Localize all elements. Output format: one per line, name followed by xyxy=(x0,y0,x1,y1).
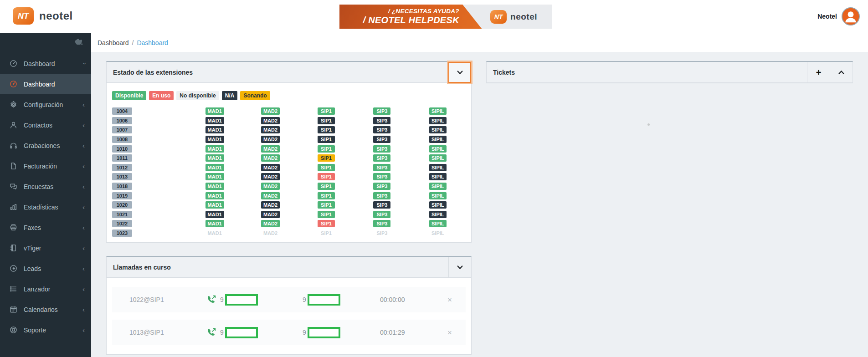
sidebar-item-calendarios[interactable]: Calendarios‹ xyxy=(0,299,91,320)
extension-status-badge: SIP3 xyxy=(373,164,390,171)
nt-logo-icon: NT xyxy=(13,7,34,25)
extension-number-badge: 1010 xyxy=(112,145,132,153)
tickets-panel-header: Tickets + xyxy=(487,62,853,83)
sidebar-item-encuestas[interactable]: Encuestas‹ xyxy=(0,176,91,197)
extension-row: 1018MAD1MAD2SIP1SIP3SIPIL xyxy=(112,182,466,191)
chevron-down-icon xyxy=(457,70,463,75)
calls-list: 1022@SIP19900:00:00×1013@SIP19900:01:29× xyxy=(107,278,471,354)
extension-number-badge: 1020 xyxy=(112,201,132,209)
extension-status-badge: MAD1 xyxy=(205,136,224,143)
bar-chart-icon xyxy=(9,203,17,211)
helpdesk-banner[interactable]: / ¿NECESITAS AYUDA? / NEOTEL HELPDESK NT… xyxy=(339,5,552,29)
extension-status-badge: SIP3 xyxy=(373,126,390,133)
extension-status-badge: SIP1 xyxy=(318,173,335,180)
extensions-panel-header: Estado de las extensiones xyxy=(107,62,471,83)
collapse-extensions-button[interactable] xyxy=(448,62,471,83)
brand-name: neotel xyxy=(39,10,73,22)
add-ticket-button[interactable]: + xyxy=(807,62,830,83)
extension-status-badge: SIP1 xyxy=(318,183,335,190)
plus-icon: + xyxy=(816,68,822,77)
extension-row: 1023MAD1MAD2SIP1SIP3SIPIL xyxy=(112,229,466,238)
breadcrumb-item-active[interactable]: Dashboard xyxy=(137,39,168,46)
chevron-left-icon: ‹ xyxy=(82,224,85,231)
extension-status-badge: SIPIL xyxy=(429,117,447,124)
extension-status-badge: MAD2 xyxy=(261,173,280,180)
app-logo[interactable]: NT neotel xyxy=(13,7,73,25)
legend-badge-unavailable: No disponible xyxy=(176,91,219,100)
breadcrumb-separator: / xyxy=(132,39,134,46)
extension-row: 1008MAD1MAD2SIP1SIP3SIPIL xyxy=(112,135,466,144)
gauge-icon xyxy=(9,60,17,68)
extension-status-badge: MAD1 xyxy=(205,192,224,199)
extension-status-badge: SIPIL xyxy=(429,230,447,237)
sidebar-item-vtiger[interactable]: vTiger‹ xyxy=(0,238,91,258)
collapse-calls-button[interactable] xyxy=(448,257,471,278)
extension-status-badge: MAD2 xyxy=(261,220,280,227)
sidebar-item-leads[interactable]: Leads‹ xyxy=(0,258,91,279)
breadcrumb-item[interactable]: Dashboard xyxy=(98,39,129,46)
sidebar-item-grabaciones[interactable]: Grabaciones‹ xyxy=(0,135,91,156)
sidebar-item-label: Dashboard xyxy=(24,81,85,88)
extension-row: 1021MAD1MAD2SIP1SIP3SIPIL xyxy=(112,210,466,219)
call-from-prefix: 9 xyxy=(220,329,224,336)
extension-status-badge: SIP3 xyxy=(373,192,390,199)
sidebar-item-facturacin[interactable]: Facturación‹ xyxy=(0,156,91,176)
extension-status-badge: MAD1 xyxy=(205,201,224,209)
extension-row: 1004MAD1MAD2SIP1SIP3SIPIL xyxy=(112,107,466,116)
extension-status-badge: SIP3 xyxy=(373,117,390,124)
sidebar-item-contactos[interactable]: Contactos‹ xyxy=(0,115,91,135)
main-content: Dashboard / Dashboard Estado de las exte… xyxy=(91,33,868,357)
extension-status-badge: SIP1 xyxy=(318,220,335,227)
extension-status-badge: SIP3 xyxy=(373,230,390,237)
extension-status-badge: MAD2 xyxy=(261,107,280,115)
calendar-icon xyxy=(9,306,17,314)
sidebar-item-dashboard[interactable]: Dashboard‹ xyxy=(0,53,91,74)
extension-status-badge: SIPIL xyxy=(429,192,447,199)
banner-line1: / ¿NECESITAS AYUDA? xyxy=(388,8,459,15)
user-avatar-icon[interactable] xyxy=(842,7,860,26)
chevron-left-icon: ‹ xyxy=(82,306,85,313)
extension-row: 1020MAD1MAD2SIP1SIP3SIPIL xyxy=(112,200,466,210)
extension-row: 1010MAD1MAD2SIP1SIP3SIPIL xyxy=(112,144,466,153)
extension-row: 1019MAD1MAD2SIP1SIP3SIPIL xyxy=(112,191,466,200)
extensions-legend: DisponibleEn usoNo disponibleN/ASonando xyxy=(112,91,466,100)
sidebar-item-estadsticas[interactable]: Estadísticas‹ xyxy=(0,197,91,217)
extension-number-badge: 1019 xyxy=(112,192,132,199)
printer-icon xyxy=(9,224,17,232)
call-to-prefix: 9 xyxy=(303,329,306,336)
nt-logo-icon: NT xyxy=(490,10,507,24)
extension-status-badge: SIP3 xyxy=(373,107,390,115)
extension-status-badge: SIP1 xyxy=(318,211,335,218)
sidebar-item-configuracin[interactable]: Configuración‹ xyxy=(0,94,91,115)
banner-logo: NT neotel xyxy=(490,10,537,24)
sidebar-item-label: Lanzador xyxy=(24,286,82,293)
extension-status-badge: MAD2 xyxy=(261,154,280,162)
extension-status-badge: MAD2 xyxy=(261,192,280,199)
sidebar-item-faxes[interactable]: Faxes‹ xyxy=(0,217,91,238)
sidebar-item-label: Facturación xyxy=(24,163,82,170)
sidebar-item-dashboard[interactable]: Dashboard xyxy=(0,74,91,94)
extension-row: 1013MAD1MAD2SIP1SIP3SIPIL xyxy=(112,172,466,182)
sidebar-item-soporte[interactable]: Soporte‹ xyxy=(0,320,91,340)
extension-status-badge: MAD2 xyxy=(261,117,280,124)
extension-number-badge: 1013 xyxy=(112,173,132,180)
extension-number-badge: 1004 xyxy=(112,107,132,115)
chevron-down-icon xyxy=(457,265,463,270)
extension-status-badge: SIP1 xyxy=(318,107,335,115)
hand-pointer-icon[interactable] xyxy=(73,37,85,50)
chevron-left-icon: ‹ xyxy=(82,183,85,190)
call-duration: 00:01:29 xyxy=(380,329,439,336)
calls-panel-title: Llamadas en curso xyxy=(107,264,448,271)
extension-status-badge: SIP3 xyxy=(373,183,390,190)
extension-status-badge: MAD2 xyxy=(261,230,280,237)
extension-status-badge: SIPIL xyxy=(429,211,447,218)
extension-status-badge: MAD1 xyxy=(205,220,224,227)
extension-status-badge: SIP3 xyxy=(373,173,390,180)
redacted-number-box xyxy=(225,327,258,338)
collapse-tickets-button[interactable] xyxy=(830,62,853,83)
close-icon[interactable]: × xyxy=(447,329,452,337)
sidebar-item-lanzador[interactable]: Lanzador‹ xyxy=(0,279,91,299)
user-menu[interactable]: Neotel xyxy=(817,7,860,26)
notebook-icon xyxy=(9,244,17,252)
close-icon[interactable]: × xyxy=(447,296,452,304)
